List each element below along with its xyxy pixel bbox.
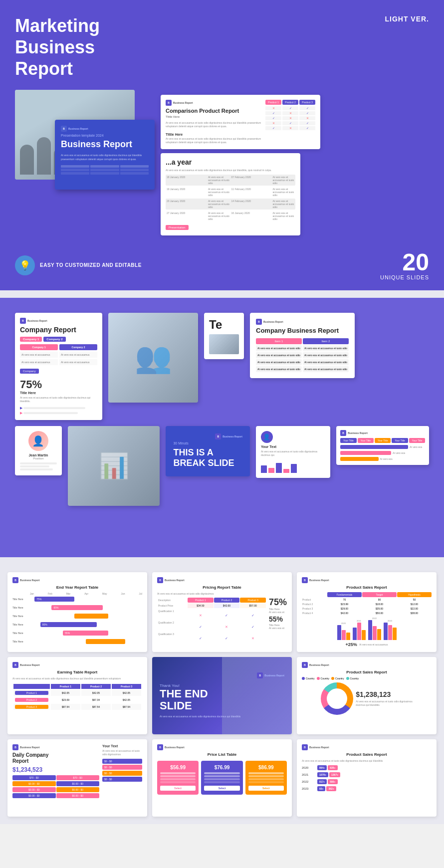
comparison-sub-title: TIttle Here xyxy=(166,133,261,136)
slide-count: 20 UNIQUE SLIDES xyxy=(380,250,429,280)
hero-section: LIGHT VER. Marketing Business Report xyxy=(0,0,444,290)
earning-data-table: Product 1 Product 2 Product 3 Product 1 … xyxy=(12,683,142,711)
count-label: UNIQUE SLIDES xyxy=(380,274,429,280)
end-year-title: End Year Report Table xyxy=(12,585,142,590)
pricing-percent1: 75% xyxy=(269,598,287,607)
thumb-product-sales-donut: BBusiness Report Product Sales Report Co… xyxy=(297,657,437,734)
comparison-body: TIttle Here xyxy=(166,115,261,118)
thumb-pricing-report: BBusiness Report Pricing Report Table At… xyxy=(152,572,292,652)
slide-subtitle: Presentation template 2024 xyxy=(61,134,149,137)
progress-slide: B Business Report Your Title Your Title … xyxy=(336,426,429,465)
company-percent-text: At vero eos et accusamus et iusto odio d… xyxy=(20,396,97,404)
company-business-report: B Business Report Company Business Repor… xyxy=(250,313,355,378)
break-slide: B Business Report 30 Minuts THIS IS A BR… xyxy=(166,426,249,476)
hero-left-area: B Business Report Presentation template … xyxy=(15,90,155,180)
slides-row2: 👤 Jean Martin Position 📊 B Business Repo… xyxy=(15,426,429,506)
thumb-year-bars: BBusiness Report Product Sales Report At… xyxy=(297,739,437,817)
price-3: $86.99 xyxy=(248,765,284,770)
thumb-end-year-report: BBusiness Report End Year Report Table J… xyxy=(7,572,147,652)
icon-label: EASY TO CUSTOMIZED AND EDITABLE xyxy=(40,262,142,268)
comparison-sub-text: At vero eos et accusamus et iusto odio d… xyxy=(166,137,261,144)
profile-role: Position xyxy=(20,457,57,460)
company-tag-2: Company 2 xyxy=(43,337,65,342)
section-gap-2 xyxy=(0,557,444,565)
slides-row1: B Business Report Company Report Company… xyxy=(15,313,429,420)
te-slide: Te xyxy=(204,313,244,359)
break-mins: 30 Minuts xyxy=(173,441,242,445)
company-percent: 75% xyxy=(20,378,97,391)
slide-photo-1: 👥 xyxy=(108,313,198,403)
break-title: THIS IS A BREAK SLIDE xyxy=(173,447,242,469)
slide-description: At vero eos et accusamus et iusto odio d… xyxy=(61,154,149,161)
slide-title: Business Report xyxy=(61,139,149,150)
comparison-slide: B Business Report Comparison Product Rep… xyxy=(161,95,320,149)
product-sales-number: $1,238,123 xyxy=(356,690,412,698)
slides-section: B Business Report Company Report Company… xyxy=(0,298,444,557)
daily-amount: $1,234,523 xyxy=(12,766,99,773)
profile-card: 👤 Jean Martin Position xyxy=(15,426,62,475)
hero-bottom-bar: 💡 EASY TO CUSTOMIZED AND EDITABLE 20 UNI… xyxy=(15,245,429,280)
your-text-card: 👤 Your Text At vero eos et accusamus et … xyxy=(256,426,330,478)
section-gap-1 xyxy=(0,290,444,298)
thumb-earning-table: BBusiness Report Earning Table Report At… xyxy=(7,657,147,734)
version-label: LIGHT VER. xyxy=(385,15,429,23)
daily-title: Daily CompanyReport xyxy=(12,752,99,764)
profile-avatar: 👤 xyxy=(28,431,48,451)
cb-title: Company Business Report xyxy=(256,327,349,334)
price-1: $56.99 xyxy=(160,765,196,770)
your-text-label: Your Text xyxy=(261,445,325,448)
te-label: Te xyxy=(209,318,239,332)
price-2: $76.99 xyxy=(204,765,239,770)
thumb-price-list: BBusiness Report Price List Table $56.99… xyxy=(152,739,292,817)
comparison-title: Comparison Product Report xyxy=(166,108,261,114)
hero-blue-slide: B Business Report Presentation template … xyxy=(55,120,155,190)
thumb-product-sales-1: BBusiness Report Product Sales Report Fu… xyxy=(297,572,437,652)
thumbnails-grid: BBusiness Report End Year Report Table J… xyxy=(7,572,437,817)
count-number: 20 xyxy=(380,250,429,274)
end-slide-title: THE ENDSLIDE xyxy=(160,688,284,712)
slide-photo-2: 📊 xyxy=(68,426,160,506)
thumb-daily-company: BBusiness Report Daily CompanyReport $1,… xyxy=(7,739,147,817)
hero-title: Marketing Business Report xyxy=(15,15,145,80)
lamp-icon: 💡 xyxy=(15,255,35,275)
company-tag-1: Company 1 xyxy=(20,337,42,342)
user-icon: 👤 xyxy=(261,431,273,443)
year-slide: ...a year At vero eos et accusamus et iu… xyxy=(161,153,300,235)
comparison-text: At vero eos et accusamus et iusto odio d… xyxy=(166,121,261,129)
hero-right-slides: B Business Report Comparison Product Rep… xyxy=(161,95,320,235)
thumb-end-slide: B Business Report Thank You! THE ENDSLID… xyxy=(152,657,292,734)
company-report-card: B Business Report Company Report Company… xyxy=(15,313,102,420)
comparison-table-area: Product 1 Product 2 Product 3 ✕ ✓ ✓ ✓ xyxy=(265,100,315,144)
thumbnails-section: BBusiness Report End Year Report Table J… xyxy=(0,565,444,824)
your-text-body: At vero eos et accusamus et iusto odio d… xyxy=(261,450,325,457)
company-percent-label: Title Here xyxy=(20,391,97,395)
pricing-percent2: 55% xyxy=(269,616,284,623)
company-report-title: Company Report xyxy=(20,326,97,334)
profile-name: Jean Martin xyxy=(20,453,57,457)
